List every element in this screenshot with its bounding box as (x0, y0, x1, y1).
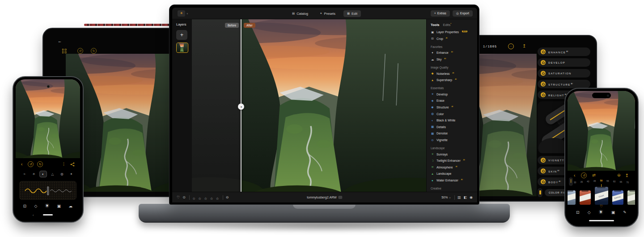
power-toggle-icon[interactable] (541, 179, 546, 184)
power-toggle-icon[interactable] (541, 71, 546, 76)
star-icon[interactable]: ☆ (210, 197, 213, 201)
more-menu-icon[interactable]: ⋮ (62, 162, 66, 166)
tab-catalog[interactable]: ▤Catalog (288, 10, 312, 17)
redo-icon[interactable]: ↻ (91, 48, 97, 54)
remove-filter-icon[interactable]: ⊖ (617, 173, 621, 177)
dial-value-55[interactable]: 55 (606, 180, 609, 182)
star-icon[interactable]: ☆ (204, 197, 207, 201)
star-icon[interactable]: ☆ (198, 197, 201, 201)
filter-cassette-cinex[interactable]: CineX (595, 187, 608, 205)
dial-value-30[interactable]: 30 (574, 181, 576, 184)
eye-preview-icon[interactable]: ◉ (470, 195, 473, 199)
flag-icon[interactable]: ⊙ (182, 195, 186, 199)
star-icon[interactable]: ☆ (192, 197, 195, 201)
favorite-heart-icon[interactable]: ♡ (600, 204, 603, 208)
panel-item-develop[interactable]: ☀ Develop (431, 91, 475, 98)
copy-icon[interactable]: ▣ (611, 210, 615, 215)
dial-value-60[interactable]: 60 (613, 181, 616, 183)
dial-value-35[interactable]: 35 (580, 181, 583, 183)
intensity-pill[interactable] (569, 177, 573, 186)
panel-item-crop[interactable]: ⊡ CropAI (431, 35, 475, 42)
back-chevron-icon[interactable]: ‹ (21, 162, 22, 167)
panel-item-supersharp[interactable]: ▲ SupersharpAI (431, 77, 475, 83)
panel-item-denoise[interactable]: ▩ Denoise (431, 130, 475, 137)
panel-item-erase[interactable]: ◈ Erase (431, 98, 475, 104)
panel-item-twilight-enhancer[interactable]: ☽ Twilight EnhancerAI (431, 157, 475, 164)
panel-item-vignette[interactable]: ⊙ Vignette (431, 137, 475, 143)
panel-item-enhance[interactable]: ✦ EnhanceAI (431, 50, 475, 56)
crop-icon[interactable]: ⊡ (576, 210, 580, 215)
panel-item-color[interactable]: ◍ Color (431, 111, 475, 117)
app-logo-icon[interactable]: ☀ (178, 10, 185, 17)
exposure-icon[interactable]: ☀ (30, 171, 38, 177)
reject-icon[interactable]: ⊖ (226, 195, 229, 199)
tool-button-saturation[interactable]: SATURATION (538, 69, 590, 78)
chevron-down-icon[interactable]: ∨ (186, 12, 188, 15)
adjust-icon[interactable]: ☀ (45, 203, 50, 209)
filter-cassette[interactable] (580, 190, 591, 205)
hsl-icon[interactable]: ◍ (58, 171, 66, 177)
tab-edits[interactable]: Edits• (443, 22, 451, 27)
extras-button[interactable]: +Extras (431, 10, 450, 17)
panel-item-details[interactable]: ▦ Details (431, 124, 475, 130)
panel-item-water-enhancer[interactable]: ● Water EnhancerAI (431, 177, 475, 184)
panel-item-landscape[interactable]: ▲ Landscape (431, 171, 475, 177)
layer-thumbnail[interactable] (176, 43, 188, 53)
export-button[interactable]: ◎Export (453, 10, 473, 17)
power-toggle-icon[interactable] (541, 49, 546, 54)
zoom-chevron-icon[interactable]: ∨ (449, 196, 451, 199)
color-filters-side-pill[interactable] (538, 188, 542, 197)
back-arrow-icon[interactable]: ← (58, 39, 62, 43)
tone-curve-icon[interactable]: ≈ (21, 171, 28, 177)
home-indicator[interactable] (589, 220, 614, 221)
dial-value-40[interactable]: 40 (587, 181, 589, 183)
panel-item-sunrays[interactable]: ☀ Sunrays (431, 151, 475, 158)
share-icon[interactable]: ↥ (522, 44, 526, 48)
cloud-icon[interactable]: ☁ (68, 204, 72, 208)
power-toggle-icon[interactable] (541, 158, 546, 163)
filter-cassette[interactable] (568, 190, 576, 205)
power-toggle-icon[interactable] (541, 60, 546, 65)
panel-item-noiseless[interactable]: ◆ NoiselessAI (431, 70, 475, 77)
panel-item-black-white[interactable]: ◐ Black & White (431, 117, 475, 124)
grid-view-icon[interactable] (62, 49, 67, 53)
amount-dial[interactable]: 303540455055606570 (574, 180, 629, 182)
prism-icon[interactable]: △ (49, 171, 56, 177)
power-toggle-icon[interactable] (541, 82, 546, 86)
undo-icon[interactable]: ↺ (28, 161, 34, 167)
edit-canvas[interactable]: ◂▸ Before After (192, 19, 426, 192)
power-toggle-icon[interactable] (541, 168, 546, 173)
favorite-heart-icon[interactable]: ♡ (177, 195, 180, 199)
back-chevron-icon[interactable]: ‹ (574, 173, 575, 178)
tab-tools[interactable]: Tools (431, 23, 439, 27)
dial-value-45[interactable]: 45 (593, 180, 596, 182)
tab-presets[interactable]: ✦Presets (316, 10, 339, 17)
curve-adjust-panel[interactable] (19, 181, 76, 200)
filter-cassette-genius[interactable]: Genius (612, 190, 623, 205)
filter-cassette[interactable] (627, 190, 636, 205)
undo-icon[interactable]: ↺ (77, 48, 83, 54)
power-toggle-icon[interactable] (541, 92, 546, 97)
effects-icon[interactable]: ✦ (68, 171, 75, 177)
panel-item-structure[interactable]: ✱ StructureAI (431, 104, 475, 111)
tool-button-structure[interactable]: STRUCTUREAI (538, 80, 590, 88)
gesture-bar[interactable] (43, 214, 53, 215)
dial-value-70[interactable]: 70 (626, 181, 629, 184)
tool-button-enhance[interactable]: ENHANCEAI (538, 47, 590, 56)
redo-icon[interactable]: ↻ (37, 161, 43, 167)
compare-view-icon[interactable]: ◧ (463, 195, 467, 199)
panel-item-layer-properties[interactable]: ▣ Layer PropertiesNEW (431, 29, 475, 36)
contrast-icon[interactable]: ◐ (39, 171, 47, 177)
tool-button-develop[interactable]: DEVELOP (538, 58, 590, 67)
dial-value-65[interactable]: 65 (620, 181, 623, 183)
dial-value-50[interactable]: 50 (600, 180, 603, 182)
panel-item-sky[interactable]: ☁ SkyAI (431, 56, 475, 63)
eraser-icon[interactable]: ◇ (588, 210, 591, 215)
reset-icon[interactable]: ↺ (581, 172, 587, 178)
add-layer-button[interactable]: + (176, 30, 187, 40)
android-share-icon[interactable] (70, 162, 75, 167)
zoom-level[interactable]: 50% (441, 196, 448, 199)
crop-icon[interactable]: ⊡ (23, 204, 27, 208)
tab-edit[interactable]: ▦Edit (343, 10, 361, 17)
before-after-handle-icon[interactable]: ◂▸ (238, 103, 244, 110)
